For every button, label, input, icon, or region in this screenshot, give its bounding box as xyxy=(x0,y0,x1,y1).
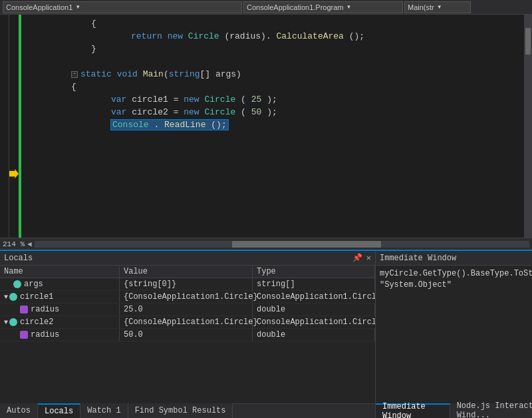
editor-gutter xyxy=(0,15,9,238)
tab-find-symbol-results[interactable]: Find Symbol Results xyxy=(128,403,233,418)
collapse-button[interactable]: - xyxy=(71,71,78,78)
variable-name-cell: radius xyxy=(0,304,120,315)
execution-pointer-icon xyxy=(9,169,19,178)
variable-name-cell: radius xyxy=(0,329,120,341)
tab-nodejs-interactive[interactable]: Node.js Interactive Wind... xyxy=(450,403,532,418)
locals-pane: Locals 📌 ✕ Name Value Type args xyxy=(0,251,376,418)
variable-name-cell: ▼ circle1 xyxy=(0,291,120,303)
variable-name-cell: ▼ circle2 xyxy=(0,316,120,328)
locals-toolbar: Locals 📌 ✕ xyxy=(0,251,375,266)
vertical-scrollbar[interactable] xyxy=(524,15,532,238)
code-line xyxy=(51,131,519,144)
variable-name-cell: args xyxy=(0,278,120,290)
title-bar: ConsoleApplication1 ▼ ConsoleApplication… xyxy=(0,0,532,15)
bottom-panel: Locals 📌 ✕ Name Value Type args xyxy=(0,250,532,418)
code-line: return new Circle (radius). CalculateAre… xyxy=(51,30,519,43)
immediate-pane: Immediate Window myCircle.GetType().Base… xyxy=(376,251,532,418)
code-line: } xyxy=(51,43,519,55)
tree-toggle-icon[interactable]: ▼ xyxy=(4,319,8,326)
scrollbar-thumb[interactable] xyxy=(232,241,380,248)
variable-value-cell: {string[0]} xyxy=(120,278,253,290)
code-line: var circle1 = new Circle ( 25 ); xyxy=(51,93,519,106)
code-line xyxy=(51,55,519,68)
pin-icon[interactable]: 📌 xyxy=(352,253,362,263)
column-header-value: Value xyxy=(120,266,253,278)
locals-row: ▼ circle1 {ConsoleApplication1.Circle} C… xyxy=(0,291,375,304)
params-dropdown[interactable]: Main(str ▼ xyxy=(404,1,471,13)
tab-autos[interactable]: Autos xyxy=(0,403,38,418)
immediate-tabs-bar: Immediate Window Node.js Interactive Win… xyxy=(376,403,532,418)
code-line-highlighted: Console . ReadLine (); xyxy=(51,118,519,131)
variable-icon xyxy=(9,293,17,301)
variable-value-cell: {ConsoleApplication1.Circle} xyxy=(120,316,253,328)
variable-icon xyxy=(13,280,21,288)
class-dropdown[interactable]: ConsoleApplication1 ▼ xyxy=(3,1,242,13)
code-editor: { return new Circle (radius). CalculateA… xyxy=(0,15,532,238)
locals-table: Name Value Type args {string[0]} string[… xyxy=(0,266,375,403)
column-header-name: Name xyxy=(0,266,120,278)
close-icon[interactable]: ✕ xyxy=(366,253,371,263)
params-dropdown-label: Main(str xyxy=(408,3,434,11)
scroll-left-icon[interactable]: ◀ xyxy=(27,240,32,248)
scrollbar-thumb[interactable] xyxy=(525,28,531,55)
private-variable-icon xyxy=(20,331,28,339)
tab-immediate-window[interactable]: Immediate Window xyxy=(376,403,450,418)
variable-icon xyxy=(9,318,17,326)
chevron-down-icon: ▼ xyxy=(437,4,442,10)
toolbar-icons: 📌 ✕ xyxy=(352,253,371,263)
variable-type-cell: string[] xyxy=(253,278,375,290)
code-line xyxy=(51,144,519,156)
locals-row: radius 25.0 double xyxy=(0,304,375,316)
breakpoint-bar xyxy=(9,15,19,238)
locals-tabs-bar: Autos Locals Watch 1 Find Symbol Results xyxy=(0,403,375,418)
locals-row: args {string[0]} string[] xyxy=(0,278,375,291)
immediate-content[interactable]: myCircle.GetType().BaseType.ToString() "… xyxy=(376,266,532,403)
code-content[interactable]: { return new Circle (radius). CalculateA… xyxy=(46,15,524,238)
variable-type-cell: ConsoleApplication1.Circle xyxy=(253,316,375,328)
variable-type-cell: double xyxy=(253,329,375,341)
immediate-output-line: "System.Object" xyxy=(380,280,532,291)
locals-panel-title: Locals xyxy=(4,254,33,263)
locals-row: ▼ circle2 {ConsoleApplication1.Circle} C… xyxy=(0,316,375,329)
code-line: - static void Main ( string [] args) xyxy=(51,68,519,81)
immediate-panel-title: Immediate Window xyxy=(380,254,456,263)
private-variable-icon xyxy=(20,306,28,314)
code-line: var circle2 = new Circle ( 50 ); xyxy=(51,106,519,118)
tab-locals[interactable]: Locals xyxy=(38,403,80,418)
zoom-level-label: 214 % xyxy=(3,240,25,248)
code-line: { xyxy=(51,81,519,93)
code-line xyxy=(51,169,519,182)
locals-table-header: Name Value Type xyxy=(0,266,375,278)
horizontal-scrollbar[interactable] xyxy=(35,241,529,248)
column-header-type: Type xyxy=(253,266,375,278)
line-numbers xyxy=(23,15,46,238)
method-dropdown-label: ConsoleApplication1.Program xyxy=(247,3,344,11)
variable-type-cell: double xyxy=(253,304,375,315)
immediate-toolbar: Immediate Window xyxy=(376,251,532,266)
code-line xyxy=(51,156,519,169)
variable-value-cell: 25.0 xyxy=(120,304,253,315)
variable-value-cell: {ConsoleApplication1.Circle} xyxy=(120,291,253,303)
immediate-input-line: myCircle.GetType().BaseType.ToString() xyxy=(380,268,532,280)
locals-row: radius 50.0 double xyxy=(0,329,375,341)
variable-value-cell: 50.0 xyxy=(120,329,253,341)
tab-watch1[interactable]: Watch 1 xyxy=(80,403,128,418)
code-line: { xyxy=(51,17,519,30)
chevron-down-icon: ▼ xyxy=(75,4,80,10)
tree-toggle-icon[interactable]: ▼ xyxy=(4,294,8,301)
variable-type-cell: ConsoleApplication1.Circle xyxy=(253,291,375,303)
method-dropdown[interactable]: ConsoleApplication1.Program ▼ xyxy=(243,1,403,13)
green-indicator-bar xyxy=(19,15,21,238)
chevron-down-icon: ▼ xyxy=(346,4,352,10)
class-dropdown-label: ConsoleApplication1 xyxy=(6,3,72,11)
zoom-bar: 214 % ◀ xyxy=(0,238,532,250)
